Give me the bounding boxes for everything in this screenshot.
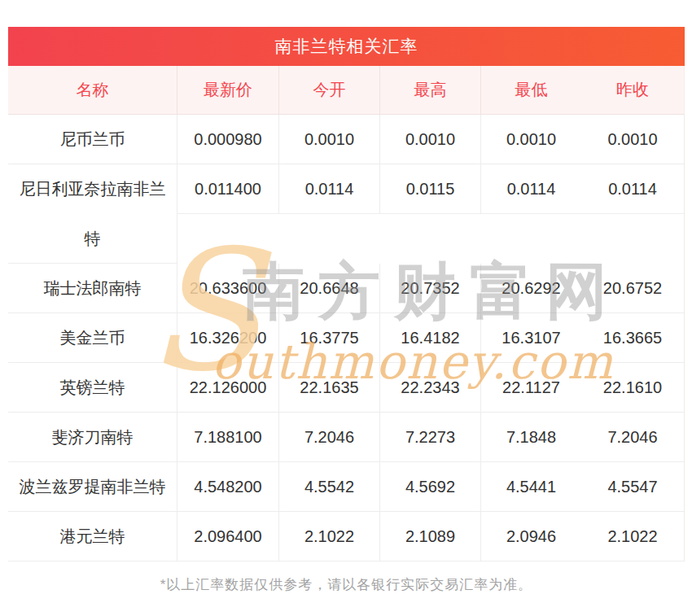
empty-cell [278,214,379,264]
column-header-latest: 最新价 [177,66,278,115]
exchange-rate-card: 南非兰特相关汇率 名称 最新价 今开 最高 最低 昨收 尼币兰币0.000980… [8,27,685,596]
rate-value: 20.633600 [177,264,278,313]
rate-value: 22.1635 [278,363,379,413]
rate-value: 0.011400 [177,164,278,214]
rate-value: 4.5547 [581,462,685,512]
rate-value: 22.2343 [379,363,480,413]
rate-value: 7.2046 [278,413,379,462]
rate-value: 16.3107 [480,313,581,363]
rate-value: 0.0010 [379,115,480,164]
rate-value: 4.5441 [480,462,581,512]
rate-value: 16.3775 [278,313,379,363]
rate-value: 22.1127 [480,363,581,413]
rate-value: 2.096400 [177,512,278,561]
row-name: 英镑兰特 [8,363,177,413]
row-name: 斐济刀南特 [8,413,177,462]
rate-value: 7.2046 [581,413,685,462]
rate-value: 2.1022 [581,512,685,561]
empty-cell [177,214,278,264]
empty-cell [379,214,480,264]
rate-value: 4.5692 [379,462,480,512]
rate-value: 16.3665 [581,313,685,363]
empty-cell [480,214,581,264]
rate-value: 7.188100 [177,413,278,462]
rate-value: 2.1089 [379,512,480,561]
column-header-high: 最高 [379,66,480,115]
column-header-low: 最低 [480,66,581,115]
row-name: 尼日利亚奈拉南非兰特 [8,164,177,264]
rate-value: 0.0010 [581,115,685,164]
column-header-name: 名称 [8,66,177,115]
column-header-open: 今开 [278,66,379,115]
rate-value: 20.7352 [379,264,480,313]
rate-value: 7.2273 [379,413,480,462]
rate-value: 20.6752 [581,264,685,313]
rate-value: 0.0114 [480,164,581,214]
rate-value: 2.0946 [480,512,581,561]
row-name: 波兰兹罗提南非兰特 [8,462,177,512]
rate-value: 0.0114 [278,164,379,214]
rate-value: 4.548200 [177,462,278,512]
rate-value: 22.126000 [177,363,278,413]
row-name: 港元兰特 [8,512,177,561]
rate-value: 20.6648 [278,264,379,313]
rate-value: 0.0010 [278,115,379,164]
rate-value: 2.1022 [278,512,379,561]
rate-value: 16.326200 [177,313,278,363]
rate-value: 4.5542 [278,462,379,512]
rate-value: 16.4182 [379,313,480,363]
rates-table: 名称 最新价 今开 最高 最低 昨收 尼币兰币0.0009800.00100.0… [8,66,685,561]
disclaimer-text: *以上汇率数据仅供参考，请以各银行实际交易汇率为准。 [8,572,685,596]
rate-value: 7.1848 [480,413,581,462]
rate-value: 22.1610 [581,363,685,413]
empty-cell [581,214,685,264]
table-title: 南非兰特相关汇率 [8,27,685,66]
rate-value: 0.0010 [480,115,581,164]
rate-value: 0.0114 [581,164,685,214]
rate-value: 0.0115 [379,164,480,214]
column-header-close: 昨收 [581,66,685,115]
row-name: 美金兰币 [8,313,177,363]
row-name: 尼币兰币 [8,115,177,164]
rate-value: 20.6292 [480,264,581,313]
row-name: 瑞士法郎南特 [8,264,177,313]
rate-value: 0.000980 [177,115,278,164]
